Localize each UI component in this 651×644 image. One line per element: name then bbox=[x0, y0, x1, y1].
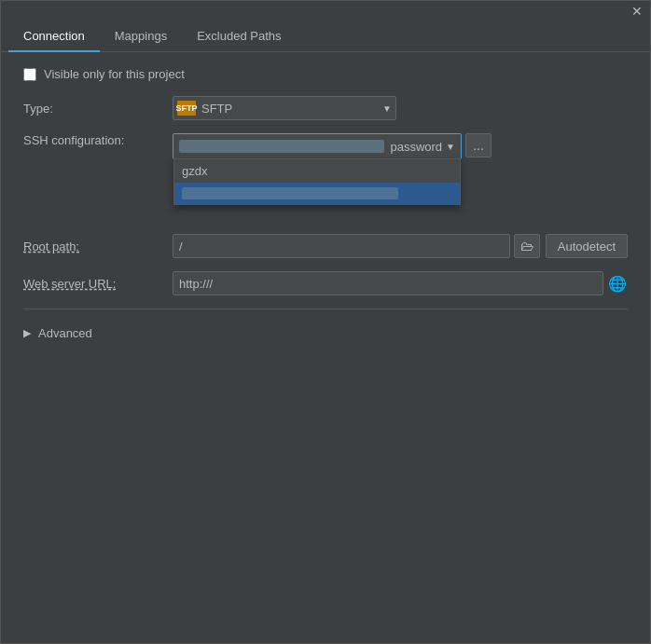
globe-icon: 🌐 bbox=[607, 271, 628, 295]
tab-excluded-paths[interactable]: Excluded Paths bbox=[182, 21, 296, 52]
ssh-browse-button[interactable]: ... bbox=[465, 133, 492, 158]
close-button[interactable]: ✕ bbox=[630, 4, 644, 19]
dialog: ✕ Connection Mappings Excluded Paths Vis… bbox=[0, 0, 651, 644]
ssh-select-box: password ▼ gzdx bbox=[173, 133, 462, 159]
root-path-wrapper: 🗁 Autodetect bbox=[173, 234, 628, 258]
ssh-selected-value-blur bbox=[179, 140, 384, 153]
web-server-url-row: Web server URL: 🌐 bbox=[23, 271, 628, 295]
title-bar: ✕ bbox=[1, 1, 650, 21]
content-area: Visible only for this project Type: SFTP… bbox=[1, 52, 650, 643]
sftp-icon: SFTP bbox=[177, 101, 196, 116]
visible-only-label: Visible only for this project bbox=[44, 67, 185, 81]
advanced-label: Advanced bbox=[38, 326, 92, 340]
ssh-password-text: password bbox=[390, 140, 442, 154]
tab-bar: Connection Mappings Excluded Paths bbox=[1, 21, 650, 52]
advanced-arrow-icon: ▶ bbox=[23, 327, 31, 339]
web-server-url-label: Web server URL: bbox=[23, 277, 173, 291]
web-url-wrapper: 🌐 bbox=[173, 271, 628, 295]
root-path-input[interactable] bbox=[173, 234, 510, 258]
ssh-dropdown-item-gzdx[interactable]: gzdx bbox=[174, 159, 460, 183]
ssh-dropdown-arrow-icon: ▼ bbox=[446, 142, 455, 152]
ssh-select-top[interactable]: password ▼ bbox=[173, 134, 461, 158]
type-label: Type: bbox=[23, 102, 173, 116]
type-select[interactable]: SFTP SFTP ▼ bbox=[173, 96, 396, 120]
advanced-row[interactable]: ▶ Advanced bbox=[23, 319, 628, 348]
ssh-config-label: SSH configuration: bbox=[23, 133, 173, 147]
visible-only-checkbox[interactable] bbox=[23, 68, 36, 81]
root-path-row: Root path: 🗁 Autodetect bbox=[23, 234, 628, 258]
tab-connection[interactable]: Connection bbox=[8, 21, 100, 52]
type-select-text: SFTP bbox=[201, 102, 382, 116]
ssh-dropdown-item-selected[interactable] bbox=[174, 183, 460, 204]
type-row: Type: SFTP SFTP ▼ bbox=[23, 96, 628, 120]
divider bbox=[23, 308, 628, 309]
ssh-wrapper: password ▼ gzdx ... bbox=[173, 133, 492, 159]
ssh-dropdown: gzdx bbox=[173, 158, 461, 205]
autodetect-button[interactable]: Autodetect bbox=[546, 234, 628, 258]
web-server-url-input[interactable] bbox=[173, 271, 603, 295]
visible-only-row: Visible only for this project bbox=[23, 67, 628, 81]
ssh-config-row: SSH configuration: password ▼ gzdx bbox=[23, 133, 628, 159]
root-path-folder-button[interactable]: 🗁 bbox=[514, 234, 540, 258]
type-dropdown-arrow-icon: ▼ bbox=[382, 103, 392, 114]
root-path-label: Root path: bbox=[23, 240, 173, 253]
ssh-item-blur bbox=[182, 187, 398, 199]
tab-mappings[interactable]: Mappings bbox=[100, 21, 182, 52]
